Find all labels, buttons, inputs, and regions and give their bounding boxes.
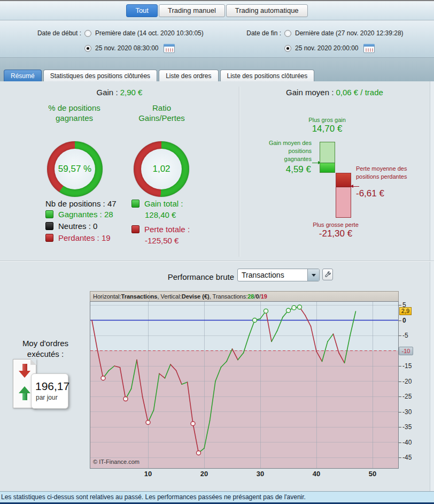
end-date-label: Date de fin : [232, 29, 281, 37]
gain-total-value: 128,40 € [145, 210, 176, 219]
y-axis-label: -45 [402, 454, 422, 461]
average-gain-summary: Gain moyen : 0,06 € / trade [239, 88, 430, 97]
tab-liste-des-positions-cl-tur-es[interactable]: Liste des positions clôturées [220, 70, 315, 81]
gain-bar [320, 142, 335, 173]
mode-button-trading-automatique[interactable]: Trading automatique [226, 4, 308, 17]
winners-count: Gagnantes : 28 [58, 210, 113, 219]
red-square-icon [45, 234, 53, 242]
performance-mode-select[interactable]: Transactions [237, 269, 320, 281]
average-gain-label: Gain moyen : [286, 88, 334, 97]
biggest-loss-label: Plus grosse perte [303, 221, 369, 229]
x-axis-label: 10 [140, 470, 156, 478]
chart-header-horizontal: Transactions [121, 293, 158, 300]
losers-legend: Perdantes : 19 [45, 233, 111, 242]
y-axis-label: -25 [402, 393, 422, 400]
black-square-icon [45, 222, 53, 230]
neutrals-count: Neutres : 0 [58, 222, 97, 231]
x-axis-label: 20 [196, 470, 212, 478]
dropdown-button[interactable] [307, 269, 319, 281]
y-axis-tick [399, 305, 401, 306]
y-axis-tick [399, 396, 401, 397]
average-gain-value: 0,06 € / trade [336, 88, 383, 97]
green-square-icon [45, 210, 53, 218]
start-custom-date-option[interactable]: 25 nov. 2020 08:30:00 [95, 44, 159, 52]
avg-loss-bar-segment [336, 173, 351, 187]
loss-total-legend: Perte totale : [131, 225, 190, 234]
y-axis-tick [399, 457, 401, 458]
start-first-date-radio[interactable] [84, 30, 91, 37]
statistics-window: ToutTrading manuelTrading automatique Da… [0, 0, 434, 504]
chart-header: Horizontal: Transactions, Vertical: Devi… [90, 291, 399, 301]
biggest-gain-label: Plus gros gain [299, 116, 355, 124]
avg-orders-value: 196,17 [32, 374, 68, 393]
end-last-date-radio[interactable] [284, 30, 291, 37]
mode-button-trading-manuel[interactable]: Trading manuel [159, 4, 225, 17]
biggest-loss-value: -21,30 € [303, 228, 369, 239]
y-axis-label: -15 [402, 362, 422, 370]
winrate-value: 59,57 % [55, 149, 95, 189]
neutrals-legend: Neutres : 0 [45, 222, 97, 231]
disclaimer-text: Les statistiques ci-dessus sont relative… [1, 493, 306, 501]
x-axis-label: 30 [252, 470, 268, 478]
x-axis-label: 50 [365, 470, 381, 478]
y-axis-label: -20 [402, 378, 422, 385]
start-custom-date-radio[interactable] [84, 45, 91, 52]
panel-divider-horizontal [0, 261, 434, 262]
tab-r-sum-[interactable]: Résumé [4, 70, 42, 81]
gain-total-legend: Gain total : [131, 199, 183, 208]
date-filter-bar: Date de début : Première date (14 oct. 2… [0, 21, 434, 58]
end-last-date-option[interactable]: Dernière date (27 nov. 2020 12:39:28) [295, 29, 404, 37]
calendar-icon[interactable] [164, 44, 175, 53]
losers-count: Perdantes : 19 [58, 233, 111, 242]
arrow-left-icon [353, 186, 359, 187]
svg-text:© IT-Finance.com: © IT-Finance.com [93, 459, 140, 465]
mode-button-tout[interactable]: Tout [126, 4, 158, 17]
green-square-icon [131, 200, 140, 208]
red-square-icon [131, 225, 140, 233]
disclaimer-footer: Les statistiques ci-dessus sont relative… [0, 491, 434, 504]
chart-settings-button[interactable] [322, 269, 333, 280]
ratio-donut-chart: 1,02 [134, 141, 189, 197]
y-axis-tick [399, 381, 401, 382]
avg-orders-unit: par jour [32, 393, 68, 401]
ratio-title: Ratio Gains/Pertes [128, 103, 195, 123]
ratio-value: 1,02 [141, 149, 182, 189]
start-first-date-option[interactable]: Première date (14 oct. 2020 10:30:05) [95, 29, 204, 37]
select-value: Transactions [238, 269, 307, 281]
chart-header-vertical: Devise (€) [182, 293, 210, 300]
chart-header-text: , Vertical: [157, 293, 181, 300]
tab-strip: RésuméStatistiques des positions clôturé… [0, 58, 434, 81]
chevron-down-icon [312, 274, 316, 277]
y-axis-label: -40 [402, 439, 422, 446]
tab-liste-des-ordres[interactable]: Liste des ordres [159, 70, 218, 81]
panel-divider-vertical [239, 87, 240, 257]
up-arrow-icon [19, 386, 30, 400]
y-axis-label: -35 [402, 423, 422, 431]
performance-chart[interactable]: © IT-Finance.com [90, 301, 399, 469]
wrench-icon [324, 271, 331, 278]
calendar-icon[interactable] [363, 44, 375, 53]
winrate-donut-chart: 59,57 % [47, 141, 103, 197]
y-axis-label: -5 [402, 332, 422, 339]
y-axis-tick [399, 366, 401, 366]
loss-total-label: Perte totale : [144, 225, 190, 234]
chart-header-text: , Transactions: [210, 293, 248, 300]
y-axis-tick [399, 320, 401, 321]
right-gutter [430, 81, 434, 491]
end-custom-date-option[interactable]: 25 nov. 2020 20:00:00 [295, 44, 359, 52]
threshold-label: -10 [399, 347, 413, 355]
gain-value: 2,90 € [120, 88, 143, 97]
down-arrow-icon [19, 364, 30, 378]
avg-loss-value: -6,61 € [356, 188, 384, 199]
mode-button-row: ToutTrading manuelTrading automatique [0, 0, 434, 20]
y-axis-label: 0 [402, 317, 422, 324]
final-value-tag: 2,9 [399, 307, 412, 315]
end-custom-date-radio[interactable] [284, 45, 291, 52]
biggest-gain-value: 14,70 € [297, 124, 358, 134]
y-axis-tick [399, 427, 401, 427]
avg-gain-label: Gain moyen des positions gagnantes [260, 139, 312, 163]
chart-header-losses: 19 [261, 293, 267, 300]
x-axis-label: 40 [308, 470, 324, 478]
y-axis-tick [399, 412, 401, 413]
tab-statistiques-des-positions-cl-tur-es[interactable]: Statistiques des positions clôturées [43, 70, 157, 81]
